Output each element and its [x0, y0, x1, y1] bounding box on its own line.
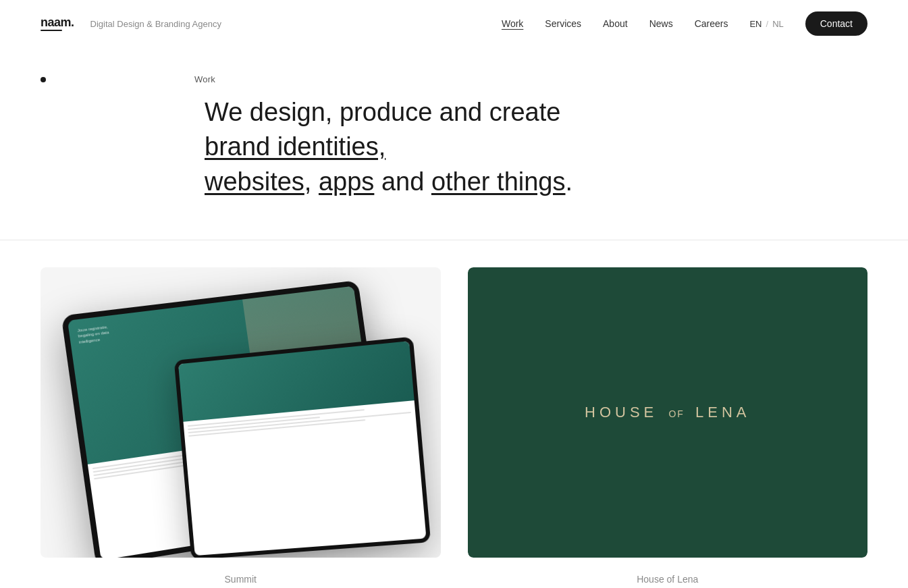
- lang-en[interactable]: EN: [749, 19, 762, 29]
- header-left: naam. Digital Design & Branding Agency: [41, 16, 221, 31]
- hero-link-apps[interactable]: apps: [319, 167, 374, 196]
- language-switcher: EN / NL: [749, 19, 783, 29]
- nav-link-work[interactable]: Work: [502, 18, 523, 29]
- main-nav: Work Services About News Careers EN / NL…: [502, 11, 867, 36]
- tablet-front-screen: [178, 341, 426, 556]
- nav-link-careers[interactable]: Careers: [695, 18, 728, 29]
- page-label: Work: [194, 74, 215, 84]
- site-header: naam. Digital Design & Branding Agency W…: [0, 0, 908, 47]
- hol-logo: HOUSE of LENA: [585, 404, 750, 421]
- portfolio-grid: Jouw registratie,begaling en dataintelli…: [0, 240, 908, 588]
- hero-and: and: [374, 167, 431, 196]
- summit-caption: Summit: [225, 574, 257, 585]
- nav-link-about[interactable]: About: [603, 18, 628, 29]
- dot-indicator: [41, 77, 46, 82]
- logo-text: naam.: [41, 16, 74, 28]
- hol-house: HOUSE: [585, 404, 658, 421]
- contact-button[interactable]: Contact: [805, 11, 867, 36]
- site-tagline: Digital Design & Branding Agency: [90, 19, 221, 29]
- hero-comma: ,: [304, 167, 319, 196]
- summit-card: Jouw registratie,begaling en dataintelli…: [41, 267, 441, 558]
- house-of-lena-card: HOUSE of LENA: [468, 267, 868, 558]
- hero-period: .: [565, 167, 572, 196]
- fsl-4: [188, 419, 365, 437]
- hol-lena: LENA: [695, 404, 750, 421]
- hero-text-prefix: We design, produce and create: [205, 98, 560, 126]
- hero-link-other-things[interactable]: other things: [431, 167, 566, 196]
- nav-link-news[interactable]: News: [649, 18, 673, 29]
- portfolio-item-house-of-lena[interactable]: HOUSE of LENA House of Lena: [468, 267, 868, 585]
- portfolio-item-summit[interactable]: Jouw registratie,begaling en dataintelli…: [41, 267, 441, 585]
- summit-image-wrapper: Jouw registratie,begaling en dataintelli…: [41, 267, 441, 558]
- hero-link-websites[interactable]: websites: [205, 167, 304, 196]
- lang-nl[interactable]: NL: [772, 19, 784, 29]
- tablet-front: [174, 337, 431, 558]
- hol-image-wrapper: HOUSE of LENA: [468, 267, 868, 558]
- hero-heading: We design, produce and create brand iden…: [205, 95, 610, 199]
- lang-separator: /: [766, 19, 769, 29]
- hero-section: We design, produce and create brand iden…: [0, 95, 908, 240]
- breadcrumb-section: Work: [0, 47, 908, 95]
- hero-link-brand-identities[interactable]: brand identities,: [205, 132, 385, 161]
- hol-of: of: [668, 408, 684, 419]
- logo-underline-decoration: [41, 30, 62, 31]
- hol-caption: House of Lena: [637, 574, 698, 585]
- logo[interactable]: naam.: [41, 16, 74, 31]
- nav-link-services[interactable]: Services: [545, 18, 581, 29]
